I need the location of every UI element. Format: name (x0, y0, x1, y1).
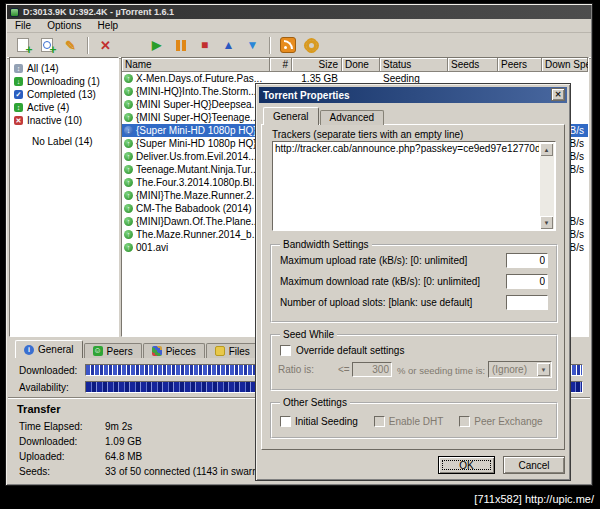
tab-general[interactable]: General (15, 340, 83, 358)
toolbar (7, 33, 591, 58)
torrent-status-icon (124, 152, 133, 161)
add-url-button[interactable] (36, 35, 57, 56)
availability-bar-label: Availability: (19, 382, 69, 393)
checkbox[interactable] (280, 416, 291, 427)
torrent-status-icon (124, 126, 133, 135)
add-torrent-button[interactable] (12, 35, 33, 56)
seeding-time-dropdown[interactable]: (Ignore) ▼ (488, 361, 552, 378)
dialog-tab-advanced[interactable]: Advanced (320, 110, 384, 125)
window-title: D:3013.9K U:392.4K - µTorrent 1.6.1 (23, 7, 174, 17)
bandwidth-field-row: Maximum upload rate (kB/s): [0: unlimite… (276, 250, 552, 271)
sidebar-item-no-label[interactable]: No Label (14) (10, 135, 118, 148)
stat-label: Seeds: (19, 466, 105, 481)
other-setting-item: Enable DHT (374, 416, 443, 427)
torrent-status-icon (124, 204, 133, 213)
checkbox[interactable] (459, 416, 470, 427)
stop-button[interactable] (194, 35, 215, 56)
ratio-is-label: Ratio is: (278, 364, 314, 375)
column-header-number[interactable]: # (270, 58, 292, 72)
chevron-down-icon[interactable]: ▼ (537, 363, 550, 376)
ratio-value-input[interactable] (352, 362, 392, 377)
torrent-name: {MINI-HQ}Into.The.Storm... (136, 86, 257, 97)
move-down-button[interactable] (242, 35, 263, 56)
bandwidth-field-input[interactable] (506, 253, 548, 268)
bandwidth-field-label: Maximum upload rate (kB/s): [0: unlimite… (280, 255, 467, 266)
tab-pieces[interactable]: Pieces (143, 343, 205, 358)
menu-options[interactable]: Options (39, 20, 89, 31)
move-up-button[interactable] (218, 35, 239, 56)
menu-file[interactable]: File (7, 20, 39, 31)
column-header-done[interactable]: Done (342, 58, 380, 72)
sidebar-item-all[interactable]: All (14) (10, 62, 118, 75)
dialog-title-bar: Torrent Properties (259, 87, 567, 103)
gear-icon (306, 40, 317, 51)
remove-icon (100, 38, 111, 53)
create-torrent-icon (65, 38, 76, 53)
checkbox[interactable] (374, 416, 385, 427)
menu-help[interactable]: Help (90, 20, 127, 31)
column-header-peers[interactable]: Peers (498, 58, 542, 72)
torrent-status-icon (124, 113, 133, 122)
bandwidth-field-input[interactable] (506, 295, 548, 310)
start-button[interactable] (146, 35, 167, 56)
column-header-name[interactable]: Name (122, 58, 270, 72)
sidebar-item-label: Active (4) (27, 102, 69, 113)
pause-button[interactable] (170, 35, 191, 56)
remove-torrent-button[interactable] (95, 35, 116, 56)
column-header-down-speed[interactable]: Down Speed (542, 58, 588, 72)
active-filter-icon (14, 103, 23, 112)
add-url-icon (41, 38, 53, 52)
category-sidebar: All (14) Downloading (1) Completed (13) … (9, 57, 119, 337)
tab-files[interactable]: Files (206, 343, 259, 358)
bandwidth-settings-legend: Bandwidth Settings (280, 239, 372, 250)
bandwidth-field-input[interactable] (506, 274, 548, 289)
toolbar-separator (87, 37, 89, 54)
other-setting-item: Initial Seeding (280, 416, 358, 427)
seeding-time-label: % or seeding time is: (397, 365, 485, 376)
dialog-close-button[interactable] (551, 88, 565, 101)
scroll-down-icon[interactable]: ▼ (540, 216, 553, 229)
files-tab-icon (215, 346, 225, 356)
column-header-seeds[interactable]: Seeds (448, 58, 498, 72)
title-bar: D:3013.9K U:392.4K - µTorrent 1.6.1 (7, 5, 591, 19)
pause-icon (176, 40, 186, 51)
tab-peers[interactable]: Peers (84, 343, 142, 358)
sidebar-item-label: Inactive (10) (27, 115, 82, 126)
completed-filter-icon (14, 90, 23, 99)
column-header-status[interactable]: Status (380, 58, 448, 72)
dialog-tab-bar: General Advanced (263, 107, 385, 125)
inactive-filter-icon (14, 116, 23, 125)
stat-label: Downloaded: (19, 436, 105, 451)
column-header-size[interactable]: Size (292, 58, 342, 72)
sidebar-item-completed[interactable]: Completed (13) (10, 88, 118, 101)
preferences-button[interactable] (301, 35, 322, 56)
checkbox-label: Initial Seeding (295, 416, 358, 427)
torrent-name: X-Men.Days.of.Future.Pas... (136, 73, 262, 84)
sidebar-item-inactive[interactable]: Inactive (10) (10, 114, 118, 127)
torrent-status-icon (124, 74, 133, 83)
downloading-filter-icon (14, 77, 23, 86)
torrent-name: {MINI}The.Maze.Runner.2... (136, 190, 260, 201)
sidebar-item-label: All (14) (27, 63, 59, 74)
pieces-tab-icon (152, 346, 162, 356)
trackers-textarea[interactable]: http://tracker.cab/announce.php?passkey=… (272, 141, 556, 231)
rss-button[interactable] (277, 35, 298, 56)
utorrent-app-icon (10, 8, 19, 17)
dialog-tab-general[interactable]: General (263, 107, 319, 125)
stat-value: 33 of 50 connected (1143 in swarm) (105, 466, 264, 481)
create-torrent-button[interactable] (60, 35, 81, 56)
scroll-up-icon[interactable]: ▲ (540, 143, 553, 156)
trackers-scrollbar[interactable]: ▲ ▼ (540, 143, 554, 229)
bandwidth-field-row: Number of upload slots: [blank: use defa… (276, 292, 552, 313)
ok-button[interactable]: OK (438, 456, 495, 474)
watermark-text: [711x582] http://upic.me/ (474, 493, 594, 505)
sidebar-item-label: Downloading (1) (27, 76, 100, 87)
seed-while-group: Seed While Override default settings Rat… (270, 329, 558, 391)
sidebar-item-active[interactable]: Active (4) (10, 101, 118, 114)
sidebar-item-downloading[interactable]: Downloading (1) (10, 75, 118, 88)
downloaded-bar-label: Downloaded: (19, 365, 77, 376)
override-default-checkbox[interactable] (280, 345, 291, 356)
dialog-general-page: Trackers (separate tiers with an empty l… (261, 124, 565, 450)
cancel-button[interactable]: Cancel (503, 456, 565, 474)
torrent-name: Deliver.Us.from.Evil.2014... (136, 151, 257, 162)
